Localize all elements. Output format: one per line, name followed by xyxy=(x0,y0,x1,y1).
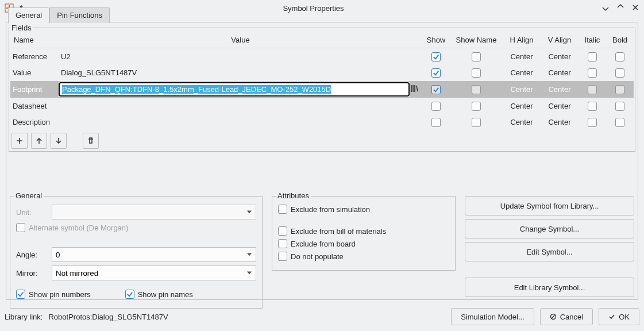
exclude-sim-checkbox[interactable] xyxy=(278,205,287,214)
move-up-button[interactable] xyxy=(31,133,47,149)
grid-checkbox[interactable] xyxy=(472,85,481,94)
grid-halign[interactable]: Center xyxy=(503,65,541,82)
grid-valign[interactable]: Center xyxy=(541,48,579,65)
add-field-button[interactable] xyxy=(11,133,28,149)
grid-checkbox[interactable] xyxy=(588,68,597,78)
grid-checkbox[interactable] xyxy=(472,102,481,111)
grid-checkbox[interactable] xyxy=(615,85,624,94)
library-browse-icon[interactable] xyxy=(410,86,419,95)
col-show[interactable]: Show xyxy=(422,32,450,48)
col-show-name[interactable]: Show Name xyxy=(450,32,503,48)
grid-checkbox[interactable] xyxy=(588,102,597,111)
grid-halign[interactable]: Center xyxy=(503,81,541,98)
exclude-bom-checkbox[interactable] xyxy=(278,226,287,236)
grid-checkbox[interactable] xyxy=(615,68,624,78)
attributes-legend: Attributes xyxy=(276,191,311,200)
mirror-label: Mirror: xyxy=(16,269,46,278)
col-name[interactable]: Name xyxy=(10,32,59,48)
update-symbol-button[interactable]: Update Symbol from Library... xyxy=(465,196,634,215)
ok-button[interactable]: OK xyxy=(599,308,639,325)
col-bold[interactable]: Bold xyxy=(606,32,634,48)
grid-valign[interactable]: Center xyxy=(541,65,579,82)
grid-valign[interactable]: Center xyxy=(541,81,579,98)
grid-value[interactable] xyxy=(59,114,422,131)
col-valign[interactable]: V Align xyxy=(541,32,579,48)
unit-select xyxy=(52,205,256,220)
grid-checkbox[interactable] xyxy=(431,52,441,61)
grid-name[interactable]: Footprint xyxy=(10,81,59,98)
tab-general[interactable]: General xyxy=(8,7,49,24)
change-symbol-button[interactable]: Change Symbol... xyxy=(465,219,634,238)
grid-checkbox[interactable] xyxy=(472,118,481,127)
grid-checkbox[interactable] xyxy=(615,52,624,61)
minimize-icon[interactable] xyxy=(601,3,610,13)
grid-value[interactable]: U2 xyxy=(59,48,422,65)
table-row[interactable]: Footprint CenterCenter xyxy=(10,81,634,98)
exclude-bom-label: Exclude from bill of materials xyxy=(291,227,386,236)
cancel-label: Cancel xyxy=(560,313,583,321)
grid-checkbox[interactable] xyxy=(431,68,441,78)
grid-valign[interactable]: Center xyxy=(541,98,579,114)
exclude-board-checkbox[interactable] xyxy=(278,239,287,248)
cancel-icon xyxy=(550,313,557,320)
delete-field-button[interactable] xyxy=(83,133,99,149)
angle-select[interactable]: 0 xyxy=(52,247,256,262)
grid-checkbox[interactable] xyxy=(472,52,481,61)
col-italic[interactable]: Italic xyxy=(579,32,606,48)
grid-value[interactable]: Dialog_SLG5NT1487V xyxy=(59,65,422,82)
ok-icon xyxy=(608,313,615,320)
show-pin-names-checkbox[interactable] xyxy=(125,290,134,299)
grid-checkbox[interactable] xyxy=(588,85,597,94)
general-legend: General xyxy=(14,191,44,200)
cancel-button[interactable]: Cancel xyxy=(540,308,593,325)
library-link-label: Library link: xyxy=(5,313,43,321)
show-pin-numbers-checkbox[interactable] xyxy=(16,290,25,299)
exclude-board-label: Exclude from board xyxy=(291,240,356,248)
window-title: Symbol Properties xyxy=(25,4,601,13)
library-link-value: RobotProtos:Dialog_SLG5NT1487V xyxy=(48,313,168,321)
table-row[interactable]: DatasheetCenterCenter xyxy=(10,98,634,114)
grid-name[interactable]: Reference xyxy=(10,48,59,65)
dnp-checkbox[interactable] xyxy=(278,252,287,261)
col-value[interactable]: Value xyxy=(59,32,422,48)
col-halign[interactable]: H Align xyxy=(503,32,541,48)
table-row[interactable]: ValueDialog_SLG5NT1487VCenterCenter xyxy=(10,65,634,82)
grid-checkbox[interactable] xyxy=(615,118,624,127)
show-pin-numbers-label: Show pin numbers xyxy=(29,290,91,299)
table-row[interactable]: ReferenceU2CenterCenter xyxy=(10,48,634,65)
fields-legend: Fields xyxy=(10,24,33,32)
close-icon[interactable] xyxy=(631,3,639,13)
grid-checkbox[interactable] xyxy=(472,68,481,78)
edit-library-symbol-button[interactable]: Edit Library Symbol... xyxy=(465,278,634,297)
grid-checkbox[interactable] xyxy=(431,85,441,94)
ok-label: OK xyxy=(619,313,630,321)
grid-checkbox[interactable] xyxy=(588,52,597,61)
alt-symbol-checkbox xyxy=(16,223,25,232)
grid-checkbox[interactable] xyxy=(588,118,597,127)
mirror-select[interactable]: Not mirrored xyxy=(52,265,256,280)
grid-halign[interactable]: Center xyxy=(503,114,541,131)
angle-label: Angle: xyxy=(16,251,46,259)
grid-valign[interactable]: Center xyxy=(541,114,579,131)
table-row[interactable]: DescriptionCenterCenter xyxy=(10,114,634,131)
tab-pin-functions[interactable]: Pin Functions xyxy=(49,7,110,23)
grid-name[interactable]: Datasheet xyxy=(10,98,59,114)
maximize-icon[interactable] xyxy=(616,3,624,13)
dnp-label: Do not populate xyxy=(291,252,344,261)
grid-checkbox[interactable] xyxy=(431,118,441,127)
unit-label: Unit: xyxy=(16,208,46,217)
grid-value[interactable] xyxy=(59,98,422,114)
simulation-model-button[interactable]: Simulation Model... xyxy=(451,308,534,325)
grid-name[interactable]: Description xyxy=(10,114,59,131)
footprint-value-input[interactable] xyxy=(59,82,410,97)
grid-halign[interactable]: Center xyxy=(503,98,541,114)
fields-table: Name Value Show Show Name H Align V Alig… xyxy=(10,32,634,130)
grid-checkbox[interactable] xyxy=(615,102,624,111)
grid-name[interactable]: Value xyxy=(10,65,59,82)
grid-checkbox[interactable] xyxy=(431,102,441,111)
exclude-sim-label: Exclude from simulation xyxy=(291,205,370,214)
grid-halign[interactable]: Center xyxy=(503,48,541,65)
edit-symbol-button[interactable]: Edit Symbol... xyxy=(465,242,634,261)
move-down-button[interactable] xyxy=(51,133,67,149)
show-pin-names-label: Show pin names xyxy=(138,290,193,299)
